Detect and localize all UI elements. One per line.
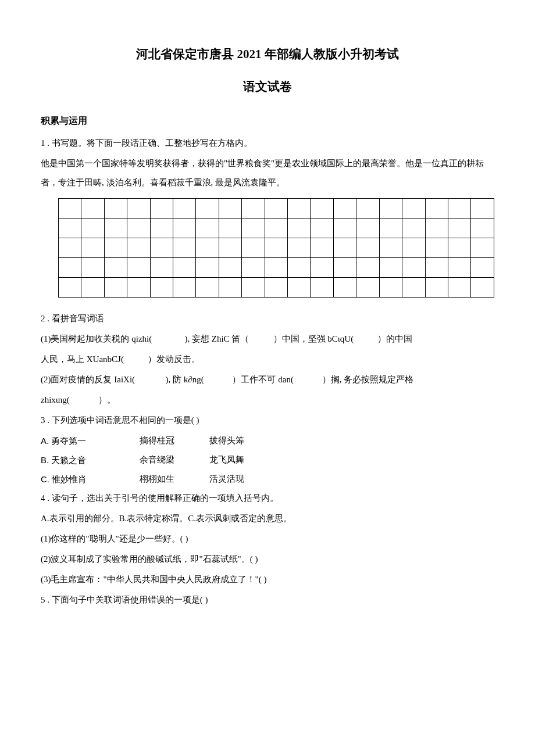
- q3-B-w2: 余音绕梁: [140, 450, 174, 470]
- q3-B-w3: 龙飞凤舞: [209, 450, 244, 470]
- q2-1d: ）的中国: [377, 334, 412, 343]
- q2-3a: (2)面对疫情的反复 IaiXi(: [41, 375, 135, 384]
- q2-4a: zhixιng(: [41, 395, 70, 404]
- q3-A-w3: 拔得头筹: [209, 431, 244, 450]
- page-title: 河北省保定市唐县 2021 年部编人教版小升初考试: [41, 41, 494, 67]
- table-row: [59, 257, 494, 277]
- q2-num: 2 . 看拼音写词语: [41, 309, 494, 328]
- q3-C-label: C. 惟妙惟肖: [41, 470, 105, 489]
- q3-B-label: B. 天籁之音: [41, 450, 105, 470]
- q3-optA: A. 勇夺第一 摘得桂冠 拔得头筹: [41, 431, 494, 450]
- q4-s2: (2)波义耳制成了实验常用的酸碱试纸，即"石蕊试纸"。( ): [41, 550, 494, 569]
- q2-line1: (1)美国树起加收关税的 qizhi( ), 妄想 ZhiC 笛（ ）中国，坚强…: [41, 329, 494, 349]
- q4-s1: (1)你这样的"聪明人"还是少一些好。( ): [41, 529, 494, 549]
- q4-num: 4 . 读句子，选出关于引号的使用解释正确的一项填入括号内。: [41, 489, 494, 508]
- q2-line4: zhixιng( ）。: [41, 390, 494, 410]
- q4-options: A.表示引用的部分。B.表示特定称谓。C.表示讽刺或否定的意思。: [41, 509, 494, 528]
- q5-num: 5 . 下面句子中关联词语使用错误的一项是( ): [41, 590, 494, 610]
- q3-C-w2: 栩栩如生: [140, 470, 174, 489]
- q2-3b: ), 防 k∂ng(: [166, 375, 204, 384]
- q3-optC: C. 惟妙惟肖 栩栩如生 活灵活现: [41, 470, 494, 489]
- q2-1a: (1)美国树起加收关税的 qizhi(: [41, 334, 152, 343]
- q2-line2: 人民，马上 XUanbCJ( ）发动反击。: [41, 350, 494, 369]
- q2-1c: ）中国，坚强 bCιqU(: [273, 334, 354, 343]
- q2-line3: (2)面对疫情的反复 IaiXi( ), 防 k∂ng( ）工作不可 dan( …: [41, 370, 494, 389]
- writing-grid: [58, 198, 494, 298]
- q2-2b: ）发动反击。: [148, 354, 200, 364]
- section-heading: 积累与运用: [41, 110, 494, 131]
- q3-optB: B. 天籁之音 余音绕梁 龙飞凤舞: [41, 450, 494, 470]
- q1-num: 1 . 书写题。将下面一段话正确、工整地抄写在方格内。: [41, 134, 494, 153]
- table-row: [59, 198, 494, 218]
- q3-A-label: A. 勇夺第一: [41, 431, 105, 450]
- q2-2a: 人民，马上 XUanbCJ(: [41, 354, 124, 364]
- q3-num: 3 . 下列选项中词语意思不相同的一项是( ): [41, 411, 494, 430]
- q2-4b: ）。: [98, 395, 116, 404]
- q2-1b: ), 妄想 ZhiC 笛（: [184, 334, 249, 343]
- table-row: [59, 238, 494, 257]
- q2-3d: ）搁, 务必按照规定严格: [322, 375, 414, 384]
- q4-s3: (3)毛主席宣布："中华人民共和国中央人民政府成立了！"( ): [41, 570, 494, 589]
- table-row: [59, 218, 494, 238]
- table-row: [59, 277, 494, 297]
- q2-3c: ）工作不可 dan(: [232, 375, 293, 384]
- q3-A-w2: 摘得桂冠: [140, 431, 174, 450]
- q1-passage: 他是中国第一个国家特等发明奖获得者，获得的"世界粮食奖"更是农业领域国际上的最高…: [41, 154, 494, 192]
- page-subtitle: 语文试卷: [41, 73, 494, 100]
- q3-C-w3: 活灵活现: [209, 470, 244, 489]
